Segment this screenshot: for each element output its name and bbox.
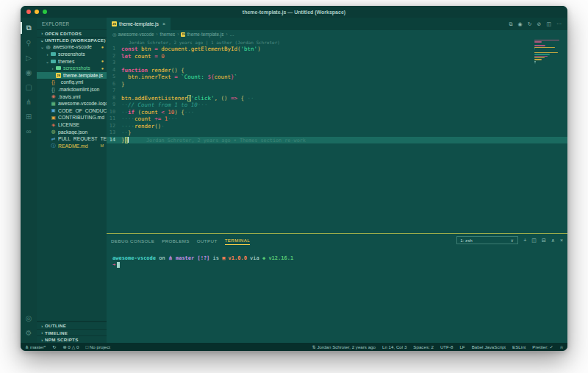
status-project[interactable]: □ No project	[85, 344, 110, 349]
code-text: })Jordan Schroter, 2 years ago • Themes …	[121, 137, 306, 144]
run-icon[interactable]: ◉	[21, 65, 37, 79]
code-text: btn.addEventListener('click', () => { ··	[121, 95, 254, 102]
status-sync[interactable]: ↻	[52, 344, 56, 349]
tree-item-config-yml[interactable]: {}_config.yml	[37, 79, 107, 86]
breadcrumb-item-[interactable]: …	[230, 32, 234, 37]
account-icon[interactable]: ◎	[21, 310, 37, 325]
terminal-prompt-line: awesome-vscode on ⋔ master [!?] is ▣ v1.…	[112, 255, 567, 262]
kill-terminal-icon[interactable]: ⊟	[542, 238, 546, 244]
tree-item-readme-md[interactable]: ⓘREADME.mdM	[37, 143, 107, 150]
chevron-right-icon: ›	[40, 338, 45, 342]
terminal-shell-select[interactable]: 1: zsh ∨	[456, 236, 518, 244]
tree-item-screenshots[interactable]: ›screenshots	[37, 51, 107, 58]
tree-item-code-of-conduct-md[interactable]: ▣CODE_OF_CONDUCT.md	[37, 107, 107, 115]
status-indentation[interactable]: Spaces: 2	[413, 344, 434, 349]
token: =>	[231, 95, 237, 102]
tree-item-contributing-md[interactable]: ▣CONTRIBUTING.md	[37, 114, 107, 121]
split-terminal-icon[interactable]: ◫	[531, 238, 537, 244]
tree-item-label: awesome-vscode	[53, 44, 100, 49]
terminal-segment: awesome-vscode	[112, 255, 156, 261]
codelens-annotation[interactable]: Jordan Schroter, 2 years ago | 1 author …	[107, 38, 567, 46]
live-share-icon[interactable]: ∞	[21, 124, 37, 138]
tree-item-awesome-vscode[interactable]: ⌄◎awesome-vscode●	[37, 43, 107, 51]
breadcrumb-item-awesome-vscode[interactable]: ◎awesome-vscode	[112, 32, 154, 37]
status-notifications-bell[interactable]: ⍾	[560, 344, 563, 350]
tab-theme-template[interactable]: JS theme-template.js ×	[107, 18, 171, 30]
status-eol[interactable]: LF	[459, 344, 465, 349]
source-control-icon[interactable]: ⋔	[21, 94, 37, 109]
status-problems[interactable]: ⊗ 0 △ 0	[62, 344, 79, 349]
tree-item-awesome-vscode-logo-png[interactable]: ▦awesome-vscode-logo.png	[37, 100, 107, 107]
panel-tab-output[interactable]: OUTPUT	[197, 236, 218, 245]
sidebar-section-outline[interactable]: ›OUTLINE	[37, 322, 107, 329]
maximize-panel-icon[interactable]: ∧	[551, 238, 555, 244]
debug-icon[interactable]: ▷	[21, 50, 37, 65]
status-encoding[interactable]: UTF-8	[440, 344, 453, 349]
new-terminal-icon[interactable]: +	[523, 238, 526, 244]
minimap[interactable]	[534, 40, 565, 64]
toggle-lint-icon[interactable]: ⊘	[537, 21, 542, 27]
open-editors-section[interactable]: › OPEN EDITORS	[37, 29, 107, 37]
minimap-line	[534, 49, 535, 49]
chevron-down-icon: ⌄	[45, 59, 50, 64]
tree-item-label: package.json	[58, 129, 107, 135]
more-actions-icon[interactable]: ⋯	[556, 21, 562, 27]
code-text: ··}	[121, 129, 132, 137]
titlebar[interactable]: theme-template.js — Untitled (Workspace)	[21, 6, 567, 18]
code-editor[interactable]: Jordan Schroter, 2 years ago | 1 author …	[107, 38, 567, 233]
tree-item-license[interactable]: ◈LICENSE	[37, 121, 107, 129]
tree-item-themes[interactable]: ⌄themes●	[37, 57, 107, 65]
extensions-icon[interactable]: ⊞	[21, 109, 37, 124]
status-cursor-position[interactable]: Ln 14, Col 3	[382, 344, 406, 349]
workspace-section[interactable]: ⌄ UNTITLED (WORKSPACE)	[37, 37, 107, 44]
travis-file-icon: ◉	[50, 93, 57, 99]
panel-tab-terminal[interactable]: TERMINAL	[225, 235, 251, 245]
status-git-branch[interactable]: ⋔ master*	[25, 344, 46, 349]
breadcrumb-item-themes[interactable]: themes	[160, 32, 176, 37]
token: getElementById	[191, 46, 237, 52]
split-editor-icon[interactable]: ◫	[546, 21, 551, 27]
code-line-7: 7	[107, 88, 567, 95]
status-language-mode[interactable]: Babel JavaScript	[472, 344, 506, 349]
explorer-icon[interactable]: ⧉	[21, 21, 37, 35]
breadcrumb-item-theme-template-js[interactable]: JStheme-template.js	[181, 32, 223, 37]
tree-item-theme-template-js[interactable]: JStheme-template.js	[37, 72, 107, 79]
tree-item-screenshots[interactable]: ›screenshots●	[37, 65, 107, 72]
tree-item-label: themes	[58, 59, 100, 64]
terminal-input-line: ➜	[112, 262, 567, 269]
docker-icon[interactable]: ▢	[21, 79, 37, 94]
code-line-2: 2let count = 0	[107, 53, 567, 60]
token: }	[128, 129, 132, 136]
code-line-8: 8btn.addEventListener('click', () => { ·…	[107, 95, 567, 102]
panel-tab-debug-console[interactable]: DEBUG CONSOLE	[111, 236, 154, 245]
token: if	[128, 109, 135, 116]
token: ()	[171, 67, 178, 74]
bottom-panel: DEBUG CONSOLEPROBLEMSOUTPUTTERMINAL 1: z…	[107, 233, 567, 343]
tree-item-travis-yml[interactable]: ◉.travis.yml	[37, 93, 107, 100]
close-panel-icon[interactable]: ×	[560, 238, 563, 244]
search-icon[interactable]: ⚲	[21, 35, 37, 50]
tree-item-label: PULL_REQUEST_TEMPLATE.md	[58, 136, 107, 141]
sync-file-icon[interactable]: ↻	[528, 21, 532, 27]
panel-tab-problems[interactable]: PROBLEMS	[162, 236, 190, 245]
terminal[interactable]: awesome-vscode on ⋔ master [!?] is ▣ v1.…	[107, 246, 567, 343]
tree-item-pull-request-template-md[interactable]: ⇄PULL_REQUEST_TEMPLATE.md	[37, 135, 107, 143]
token: )	[257, 46, 261, 52]
status-prettier[interactable]: Prettier: ✓	[532, 344, 553, 349]
status-gitlens-blame[interactable]: ⇅ Jordan Schroter, 2 years ago	[312, 344, 376, 349]
toggle-preview-icon[interactable]: ◉	[518, 21, 523, 27]
status-eslint[interactable]: ESLint	[512, 344, 526, 349]
terminal-segment: is	[209, 255, 222, 261]
settings-gear-icon[interactable]: ⚙	[21, 325, 37, 340]
open-changes-icon[interactable]: ⧉	[509, 21, 513, 27]
tree-item-markdownlint-json[interactable]: {}.markdownlint.json	[37, 86, 107, 93]
sidebar-section-npm-scripts[interactable]: ›NPM SCRIPTS	[37, 335, 107, 343]
tab-close-icon[interactable]: ×	[162, 21, 165, 26]
terminal-cursor	[117, 262, 120, 268]
breadcrumb-separator-icon: ›	[157, 32, 158, 37]
minimap-line	[534, 41, 542, 42]
sidebar-section-timeline[interactable]: ›TIMELINE	[37, 329, 107, 336]
braces-file-icon: {}	[50, 87, 57, 92]
code-text: let count = 0	[121, 53, 165, 60]
tree-item-package-json[interactable]: ◍package.json	[37, 128, 107, 135]
